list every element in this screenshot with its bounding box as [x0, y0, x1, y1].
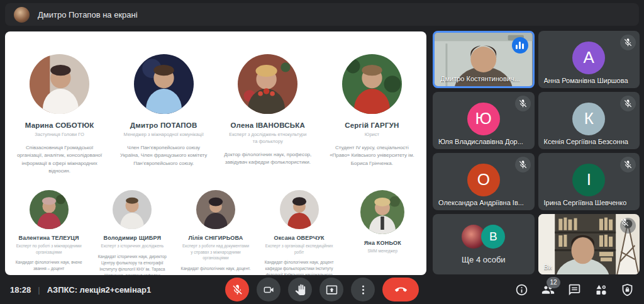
person-name: Оксана ОВЕРЧУК: [274, 235, 325, 241]
chat-button[interactable]: [568, 283, 581, 296]
meeting-details-button[interactable]: [515, 283, 528, 296]
person-name: Володимир ЩИБРЯ: [104, 235, 162, 241]
participant-avatar: А: [572, 41, 605, 74]
call-controls: [225, 278, 419, 301]
profile-photo: [280, 190, 319, 229]
participant-name: Ірина Сергіївна Шевченко: [544, 199, 627, 206]
profile-photo: [360, 190, 404, 234]
profile-photo: [30, 54, 89, 114]
mini-avatar-initial: В: [481, 225, 505, 249]
team-card: Валентина ТЕЛЕУЦЯ Експерт по роботі з мі…: [9, 190, 89, 275]
participants-panel: Дмитро Костянтинович... А Анна Романівна…: [433, 31, 640, 275]
mic-muted-icon: [620, 218, 636, 234]
divider: |: [38, 285, 40, 295]
mic-muted-icon: [620, 35, 636, 50]
mic-muted-icon: [620, 157, 636, 172]
profile-photo: [30, 190, 69, 229]
profile-photo: [196, 190, 235, 229]
shared-screen: Марина СОБОТЮК Заступниця Голови ГО Спів…: [5, 31, 426, 275]
participant-avatar: О: [467, 163, 500, 196]
present-screen-icon: [326, 284, 338, 296]
person-name: Валентина ТЕЛЕУЦЯ: [19, 235, 79, 241]
person-role: Менеджер з міжнародної комунікації: [124, 132, 204, 138]
participant-avatar: Ю: [467, 102, 500, 135]
mic-muted-icon: [620, 96, 636, 111]
person-name: Дмитро ПОТАПОВ: [130, 121, 197, 129]
participants-count-badge: 12: [547, 277, 560, 288]
host-controls-button[interactable]: [621, 283, 634, 296]
info-icon: [515, 283, 528, 296]
activities-button[interactable]: [594, 283, 608, 296]
bottom-bar: 18:28 | АЗПКС: лекція2+семінар1 12: [0, 275, 644, 304]
person-bio: Студент IV курсу, спеціальності «Право» …: [327, 144, 416, 167]
avatar-initial: Ю: [475, 109, 492, 128]
self-view-tile[interactable]: Ви: [538, 214, 640, 274]
end-call-button[interactable]: [382, 278, 419, 301]
clock-time: 18:28: [10, 285, 31, 295]
team-card: Сергій ГАРГУН Юрист Студент IV курсу, сп…: [322, 54, 421, 175]
presenting-banner: Дмитро Потапов на екрані: [5, 3, 639, 26]
team-card: Олена ІВАНОВСЬКА Експерт з досліджень ет…: [218, 54, 318, 175]
participant-name: Юля Владиславівна Дор...: [438, 138, 523, 145]
raise-hand-button[interactable]: [288, 278, 312, 301]
presenter-avatar: [14, 7, 30, 23]
participant-name: Олександра Андріївна Ів...: [438, 199, 524, 206]
overflow-label: Ще 4 особи: [462, 255, 506, 264]
person-bio: Співзасновниця Громадської організації, …: [15, 144, 104, 176]
person-name: Сергій ГАРГУН: [345, 121, 399, 129]
meeting-name: АЗПКС: лекція2+семінар1: [47, 285, 152, 295]
team-card: Дмитро ПОТАПОВ Менеджер з міжнародної ко…: [114, 54, 213, 175]
participant-tile[interactable]: Ю Юля Владиславівна Дор...: [433, 92, 535, 149]
profile-photo: [134, 54, 194, 114]
person-bio: Член Пан’європейського союзу Україна, Чл…: [119, 144, 208, 167]
person-name: Лілія СНІГИРЬОВА: [188, 235, 243, 241]
more-options-icon: [357, 284, 369, 296]
person-name: Марина СОБОТЮК: [25, 121, 94, 129]
shield-lock-icon: [621, 283, 634, 296]
profile-photo: [113, 190, 152, 229]
meeting-info: 18:28 | АЗПКС: лекція2+семінар1: [10, 275, 151, 304]
team-row-1: Марина СОБОТЮК Заступниця Голови ГО Спів…: [5, 54, 426, 175]
avatar-initial: В: [489, 230, 497, 244]
activities-icon: [594, 283, 608, 296]
person-bio: Доктор філологічних наук, професор, заві…: [223, 151, 313, 167]
camera-button[interactable]: [257, 278, 280, 301]
mic-muted-icon: [515, 96, 531, 111]
presenting-banner-text: Дмитро Потапов на екрані: [38, 10, 138, 20]
person-name: Яна КОНЬОК: [364, 240, 401, 246]
present-screen-button[interactable]: [319, 278, 343, 301]
avatar-initial: І: [587, 170, 591, 189]
more-options-button[interactable]: [351, 278, 375, 301]
participant-tile[interactable]: К Ксенія Сергіївна Безсонна: [538, 92, 640, 149]
person-name: Олена ІВАНОВСЬКА: [231, 121, 305, 129]
overflow-content: В Ще 4 особи: [433, 214, 535, 274]
person-role: Експерт з досліджень етнокультури та фол…: [227, 132, 309, 145]
team-card: Яна КОНЬОК SMM менеджер: [343, 190, 422, 275]
team-card: Оксана ОВЕРЧУК Експерт з організації екс…: [260, 190, 339, 275]
camera-icon: [263, 284, 275, 296]
team-row-2: Валентина ТЕЛЕУЦЯ Експерт по роботі з мі…: [5, 190, 426, 275]
person-role: Експерт з роботи над документами у справ…: [182, 243, 250, 261]
participant-name: Дмитро Костянтинович...: [440, 75, 520, 82]
meeting-panel-buttons: 12: [515, 278, 634, 301]
participant-name: Анна Романівна Ширшова: [544, 77, 628, 84]
participant-tile[interactable]: О Олександра Андріївна Ів...: [433, 153, 535, 210]
chat-icon: [568, 283, 581, 296]
person-role: Експерт по роботі з міжнародними організ…: [15, 243, 83, 255]
participant-tile[interactable]: А Анна Романівна Ширшова: [538, 31, 640, 88]
person-bio: Кандидат філологічних наук, вчене звання…: [14, 259, 84, 272]
speaking-indicator-icon: [512, 37, 528, 53]
participant-tile-video[interactable]: Дмитро Костянтинович...: [433, 31, 535, 88]
participant-tile[interactable]: І Ірина Сергіївна Шевченко: [538, 153, 640, 210]
participants-button[interactable]: 12: [541, 283, 555, 296]
mini-avatars: В: [462, 225, 505, 249]
microphone-off-button[interactable]: [225, 278, 249, 301]
person-role: Експерт з організації експедиційних робі…: [265, 243, 333, 255]
overflow-participants-tile[interactable]: В Ще 4 особи: [433, 214, 535, 274]
person-bio: Кандидат філологічних наук, доцент.: [181, 266, 251, 272]
person-bio: Кандидат філологічних наук, доцент кафед…: [264, 259, 335, 275]
person-role: SMM менеджер: [368, 248, 398, 254]
participant-name: Ви: [544, 263, 552, 271]
participant-avatar: К: [572, 102, 605, 135]
microphone-off-icon: [231, 284, 243, 296]
